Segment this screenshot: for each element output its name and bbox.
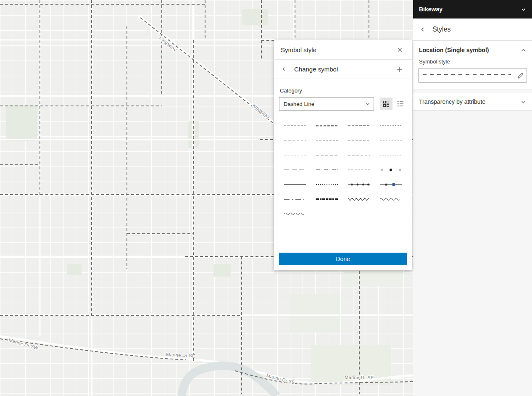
symbol-swatch[interactable] bbox=[279, 177, 311, 192]
symbol-swatch[interactable] bbox=[279, 118, 311, 133]
category-controls: Dashed Line bbox=[279, 97, 407, 111]
category-label: Category bbox=[280, 87, 407, 94]
symbol-swatch[interactable] bbox=[343, 162, 375, 177]
location-section-content: Symbol style bbox=[413, 58, 532, 90]
done-button[interactable]: Done bbox=[279, 253, 407, 265]
symbol-swatch[interactable] bbox=[279, 192, 311, 206]
symbol-swatch[interactable] bbox=[311, 148, 343, 162]
dialog-title: Symbol style bbox=[281, 46, 316, 53]
symbol-swatch[interactable] bbox=[311, 192, 343, 206]
symbol-swatch[interactable] bbox=[343, 177, 375, 192]
symbol-preview-line bbox=[422, 71, 512, 80]
symbol-swatch[interactable] bbox=[311, 133, 343, 148]
plus-icon bbox=[397, 66, 403, 72]
list-view-icon bbox=[397, 100, 404, 107]
panel-nav: Styles bbox=[413, 18, 532, 41]
symbol-swatch[interactable] bbox=[375, 118, 407, 133]
panel-title: Styles bbox=[432, 26, 451, 33]
symbol-style-dialog: Symbol style Change symbol Category Dash… bbox=[274, 40, 412, 270]
symbol-swatch[interactable] bbox=[311, 118, 343, 133]
symbol-swatch[interactable] bbox=[343, 148, 375, 162]
dialog-subheader: Change symbol bbox=[274, 60, 412, 79]
symbol-swatch[interactable] bbox=[375, 177, 407, 192]
transparency-section-header[interactable]: Transparency by attribute bbox=[413, 93, 532, 110]
dialog-header: Symbol style bbox=[274, 40, 412, 60]
chevron-left-icon bbox=[420, 26, 426, 32]
list-view-button[interactable] bbox=[394, 98, 407, 110]
transparency-section: Transparency by attribute bbox=[413, 93, 532, 111]
chevron-up-icon bbox=[521, 48, 526, 53]
grid-view-icon bbox=[383, 100, 390, 107]
symbol-swatch[interactable] bbox=[311, 177, 343, 192]
dialog-body: Category Dashed Line bbox=[274, 79, 412, 221]
chevron-left-icon bbox=[281, 66, 287, 72]
symbol-swatch[interactable] bbox=[279, 206, 311, 221]
symbol-preview[interactable] bbox=[418, 68, 527, 83]
symbol-swatch[interactable] bbox=[375, 133, 407, 148]
symbol-swatch[interactable] bbox=[375, 162, 407, 177]
road-label: Marine Dr SE bbox=[345, 375, 374, 380]
dialog-subtitle: Change symbol bbox=[294, 66, 393, 73]
symbol-swatch[interactable] bbox=[279, 133, 311, 148]
back-button[interactable] bbox=[277, 63, 290, 76]
symbol-swatch[interactable] bbox=[375, 192, 407, 206]
symbol-swatch[interactable] bbox=[311, 162, 343, 177]
location-section-title: Location (Single symbol) bbox=[419, 47, 489, 53]
panel-back-button[interactable] bbox=[416, 23, 429, 36]
layer-header[interactable]: Bikeway bbox=[413, 0, 532, 18]
transparency-section-title: Transparency by attribute bbox=[419, 98, 485, 105]
category-selected-value: Dashed Line bbox=[284, 101, 314, 107]
symbol-swatch[interactable] bbox=[343, 192, 375, 206]
symbol-style-label: Symbol style bbox=[419, 58, 527, 65]
symbol-swatch[interactable] bbox=[343, 133, 375, 148]
category-select[interactable]: Dashed Line bbox=[279, 97, 374, 111]
edit-pencil-icon bbox=[517, 72, 524, 79]
symbol-swatch[interactable] bbox=[343, 118, 375, 133]
grid-view-button[interactable] bbox=[380, 98, 392, 110]
symbol-grid bbox=[279, 118, 407, 221]
chevron-down-icon bbox=[521, 99, 526, 105]
add-symbol-button[interactable] bbox=[393, 63, 406, 76]
right-panel: Bikeway Styles Location (Single symbol) … bbox=[413, 0, 532, 396]
layer-name: Bikeway bbox=[419, 6, 442, 13]
chevron-down-icon bbox=[521, 7, 526, 12]
chevron-down-icon bbox=[365, 101, 370, 106]
location-section: Location (Single symbol) Symbol style bbox=[413, 41, 532, 90]
symbol-swatch[interactable] bbox=[279, 148, 311, 162]
symbol-swatch[interactable] bbox=[279, 162, 311, 177]
close-icon[interactable] bbox=[393, 43, 406, 56]
location-section-header[interactable]: Location (Single symbol) bbox=[413, 41, 532, 58]
symbol-swatch[interactable] bbox=[375, 148, 407, 162]
